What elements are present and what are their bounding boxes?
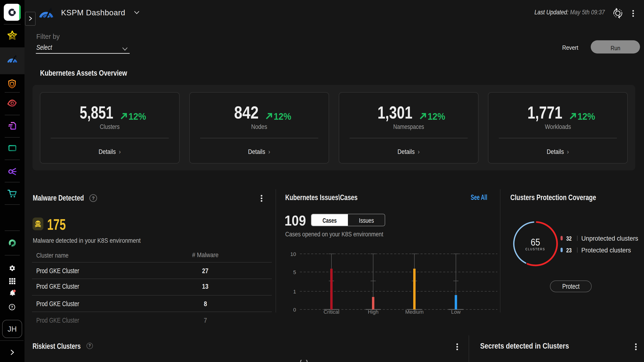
svg-text:10: 10 [290,251,296,257]
svg-text:High: High [368,309,378,315]
svg-text:1: 1 [293,289,296,294]
svg-text:0: 0 [293,307,296,313]
svg-text:5: 5 [293,270,296,275]
svg-text:?: ? [11,305,13,309]
svg-text:Medium: Medium [405,309,424,315]
svg-text:Low: Low [451,309,460,315]
svg-text:Critical: Critical [324,309,339,315]
